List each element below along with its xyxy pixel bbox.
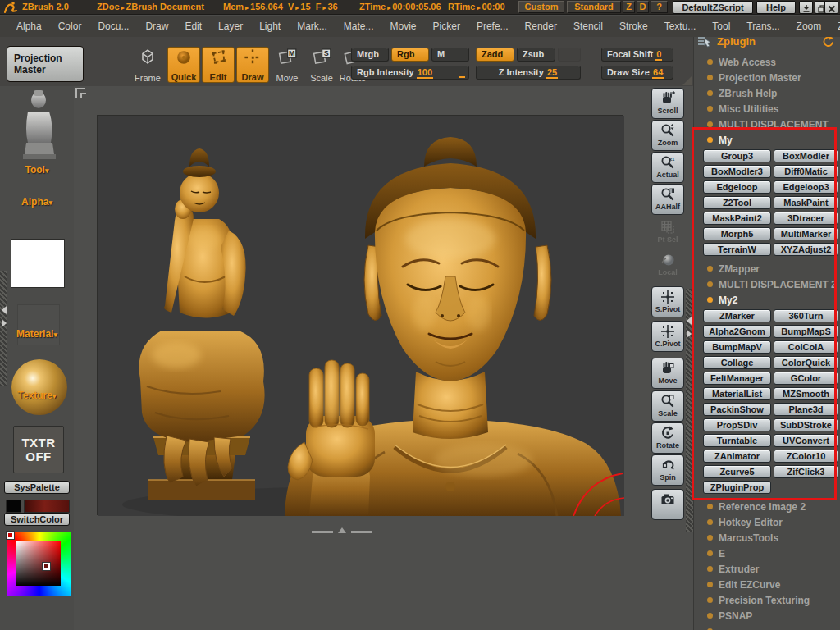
actual-button[interactable]: x1Actual (651, 152, 684, 183)
menu-item-textu[interactable]: Textu... (656, 21, 705, 32)
alpha-swatch[interactable] (11, 239, 65, 288)
m-button[interactable]: M (431, 48, 469, 62)
menu-item-alpha[interactable]: Alpha (8, 21, 50, 32)
secondary-color-swatch[interactable] (6, 500, 21, 513)
scroll-mark[interactable] (312, 531, 333, 533)
z-button[interactable]: Z (623, 1, 635, 13)
zplugin-button-morph5[interactable]: Morph5 (703, 227, 771, 240)
zplugin-button-bumpmapv[interactable]: BumpMapV (703, 340, 771, 354)
texture-off-swatch[interactable]: TXTR OFF (13, 426, 64, 473)
scale-button[interactable]: S Scale (305, 47, 338, 83)
zplugin-button-360turn[interactable]: 360Turn (774, 309, 838, 322)
material-sphere-preview[interactable] (11, 359, 67, 415)
rotate-button[interactable]: Rotate (651, 422, 684, 454)
rgb-button[interactable]: Rgb (391, 48, 429, 62)
zplugin-button-boxmodler[interactable]: BoxModler (774, 149, 838, 162)
menu-item-zplugin[interactable]: Zplugin (829, 21, 840, 32)
zplugin-item-item[interactable] (694, 623, 840, 630)
tray-arrow-right-icon[interactable] (687, 330, 692, 338)
scroll-mark[interactable] (351, 531, 372, 533)
syspalette-button[interactable]: SysPalette (4, 481, 70, 494)
zplugin-button-colorquick[interactable]: ColorQuick (774, 356, 838, 369)
zplugin-button-multimarker[interactable]: MultiMarker (774, 227, 838, 240)
mrgb-button[interactable]: Mrgb (351, 48, 389, 62)
zplugin-item-multi-displacement-2[interactable]: MULTI DISPLACEMENT 2 (694, 276, 840, 292)
zplugin-button-zmarker[interactable]: ZMarker (703, 309, 771, 322)
focal-shift-slider[interactable]: Focal Shift 0 (601, 48, 673, 62)
zplugin-button-mzsmooth[interactable]: MZSmooth (774, 387, 838, 400)
zplugin-item-my[interactable]: My (694, 132, 840, 148)
custom-interface-button[interactable]: Custom (518, 1, 564, 13)
menu-item-render[interactable]: Render (517, 21, 565, 32)
color-picker[interactable] (7, 532, 71, 596)
circular-arrow-icon[interactable] (821, 35, 834, 52)
tray-arrow-left-icon[interactable] (2, 306, 7, 314)
saturation-value-square[interactable] (16, 541, 61, 586)
zplugin-item-misc-utilities[interactable]: Misc Utilities (694, 101, 840, 116)
zplugin-button-plane3d[interactable]: Plane3d (774, 403, 838, 416)
scale-button[interactable]: Scale (651, 390, 684, 422)
move-button[interactable]: Move (651, 358, 684, 389)
standard-interface-button[interactable]: Standard (567, 1, 621, 13)
snapshot-button[interactable] (651, 489, 684, 520)
zplugin-button-edgeloop3[interactable]: Edgeloop3 (774, 180, 838, 194)
zplugin-item-e[interactable]: E (694, 546, 840, 561)
menu-item-zoom[interactable]: Zoom (788, 21, 830, 32)
zplugin-button-maskpaint2[interactable]: MaskPaint2 (703, 212, 771, 225)
menu-item-trans[interactable]: Trans... (738, 21, 788, 32)
move-button[interactable]: M Move (271, 47, 304, 83)
z-intensity-slider[interactable]: Z Intensity 25 (476, 66, 581, 80)
menu-item-tool[interactable]: Tool (704, 21, 738, 32)
zplugin-button-edgeloop[interactable]: Edgeloop (703, 180, 771, 194)
zplugin-button-materiallist[interactable]: MaterialList (703, 387, 771, 400)
zplugin-item-edit-ezcurve[interactable]: Edit EZCurve (694, 577, 840, 592)
zadd-button[interactable]: Zadd (476, 48, 514, 62)
document-canvas[interactable] (74, 86, 693, 630)
zplugin-button-zpluginprop[interactable]: ZPluginProp (703, 481, 771, 494)
hue-marker[interactable] (7, 532, 14, 539)
menu-item-movie[interactable]: Movie (382, 21, 425, 32)
menu-item-mate[interactable]: Mate... (336, 21, 382, 32)
right-tray-scrollbar[interactable] (686, 289, 693, 532)
menu-item-prefe[interactable]: Prefe... (468, 21, 517, 32)
menu-item-docu[interactable]: Docu... (89, 21, 137, 32)
zplugin-item-hotkey-editor[interactable]: Hotkey Editor (694, 514, 840, 530)
alpha-palette-label[interactable]: Alpha▾ (0, 196, 74, 208)
menu-item-edit[interactable]: Edit (176, 21, 210, 32)
zplugin-button-colcola[interactable]: ColColA (774, 340, 838, 354)
menu-item-color[interactable]: Color (50, 21, 90, 32)
menu-item-layer[interactable]: Layer (210, 21, 251, 32)
switchcolor-button[interactable]: SwitchColor (4, 513, 70, 526)
zplugin-button-3dtracer[interactable]: 3Dtracer (774, 212, 838, 225)
zplugin-button-propsdiv[interactable]: PropSDiv (703, 418, 771, 431)
zplugin-button-turntable[interactable]: Turntable (703, 434, 771, 447)
menu-item-stencil[interactable]: Stencil (565, 21, 611, 32)
zplugin-button-zcurve5[interactable]: Zcurve5 (703, 465, 771, 478)
zplugin-item-extruder[interactable]: Extruder (694, 561, 840, 577)
zplugin-button-zcolor10[interactable]: ZColor10 (774, 450, 838, 463)
close-icon[interactable] (824, 1, 838, 14)
tool-preview-thumbnail[interactable] (16, 89, 59, 166)
zplugin-button-zifclick3[interactable]: ZifClick3 (774, 465, 838, 478)
tool-palette-label[interactable]: Tool▾ (0, 164, 74, 176)
zplugin-button-maskpaint[interactable]: MaskPaint (774, 196, 838, 209)
document-render[interactable] (97, 115, 623, 515)
spin-button[interactable]: Spin (651, 454, 684, 486)
sv-marker[interactable] (43, 563, 50, 570)
zplugin-item-zbrush-help[interactable]: ZBrush Help (694, 85, 840, 101)
zplugin-item-my2[interactable]: My2 (694, 292, 840, 308)
tray-arrow-right-icon[interactable] (2, 319, 7, 327)
default-zscript-button[interactable]: DefaultZScript (673, 1, 753, 14)
zplugin-button-boxmodler3[interactable]: BoxModler3 (703, 165, 771, 178)
projection-master-button[interactable]: Projection Master (7, 46, 84, 82)
zplugin-button-zanimator[interactable]: ZAnimator (703, 450, 771, 463)
aahalf-button[interactable]: AAHalf (651, 184, 684, 215)
zplugin-item-psnap[interactable]: PSNAP (694, 608, 840, 623)
minimize-icon[interactable] (799, 1, 813, 14)
zplugin-item-projection-master[interactable]: Projection Master (694, 70, 840, 85)
left-tray-scrollbar[interactable] (0, 271, 7, 386)
scroll-button[interactable]: Scroll (651, 88, 684, 119)
menu-item-stroke[interactable]: Stroke (611, 21, 656, 32)
texture-palette-label[interactable]: Texture▾ (0, 390, 74, 401)
zplugin-button-collage[interactable]: Collage (703, 356, 771, 369)
